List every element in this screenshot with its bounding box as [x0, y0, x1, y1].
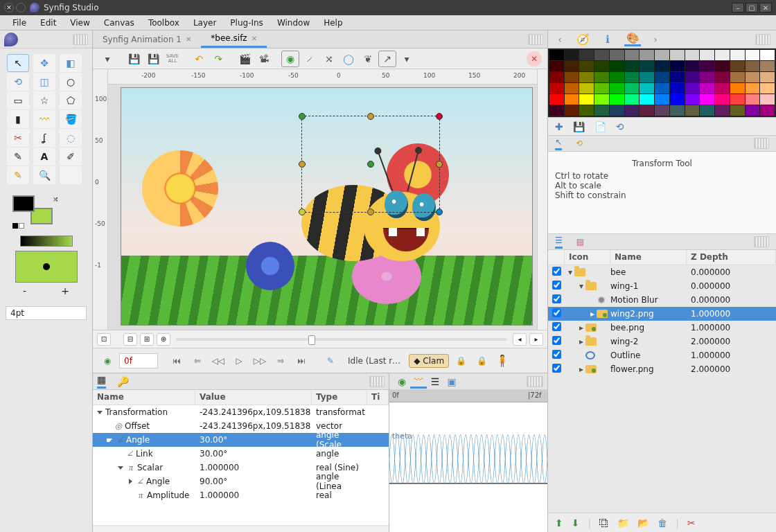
panel-grip[interactable] — [528, 34, 543, 45]
palette-swatch[interactable] — [640, 61, 654, 71]
polygon-tool[interactable]: ⬠ — [60, 91, 82, 109]
cut-tool[interactable]: ✂ — [7, 129, 29, 147]
palette-swatch[interactable] — [715, 61, 730, 71]
palette-swatch[interactable] — [640, 94, 654, 105]
seek-start-icon[interactable]: ⏮ — [168, 353, 186, 369]
feather-icon[interactable]: ❦ — [359, 51, 377, 67]
render-icon[interactable]: 🎬 — [236, 51, 254, 67]
layer-down-icon[interactable]: ⬇ — [572, 517, 580, 529]
color-swatches[interactable]: ⤭ — [12, 195, 61, 230]
palette-swatch[interactable] — [579, 83, 594, 94]
param-row[interactable]: ∠Angle30.00°angle (Scale — [93, 433, 389, 447]
layer-duplicate-icon[interactable]: ⿻ — [599, 517, 609, 529]
col-icon[interactable]: Icon — [565, 250, 610, 265]
seek-fwd-icon[interactable]: ▷▷ — [251, 353, 269, 369]
palette-swatch[interactable] — [700, 94, 714, 105]
menu-caret-icon[interactable]: ▾ — [98, 51, 116, 67]
brush-plus[interactable]: + — [61, 285, 69, 296]
param-row[interactable]: πAmplitude1.000000real — [93, 488, 389, 502]
layer-row[interactable]: ▸wing2.png1.000000 — [548, 307, 776, 321]
panel-grip[interactable] — [369, 376, 385, 387]
palette-swatch[interactable] — [700, 61, 714, 71]
seek-next-key-icon[interactable]: ⥤ — [272, 353, 290, 369]
palette-swatch[interactable] — [579, 94, 594, 105]
close-window-icon[interactable]: ✕ — [4, 3, 14, 12]
palette-swatch[interactable] — [625, 105, 640, 116]
palette-swatch[interactable] — [746, 83, 760, 94]
curves-tab1-icon[interactable]: ◉ — [394, 376, 410, 387]
toolopt-tab-history-icon[interactable]: ⟲ — [576, 139, 583, 148]
seek-back-icon[interactable]: ◁◁ — [209, 353, 227, 369]
lasso-tool[interactable]: ◌ — [60, 129, 82, 147]
scroll-right-icon[interactable]: ▸ — [529, 333, 543, 346]
fg-color[interactable] — [12, 195, 35, 212]
palette-swatch[interactable] — [700, 72, 714, 82]
palette-swatch[interactable] — [625, 61, 640, 71]
palette-swatch[interactable] — [746, 61, 760, 71]
brush-minus[interactable]: - — [23, 285, 26, 296]
palette-swatch[interactable] — [640, 50, 654, 60]
menu-toolbox[interactable]: Toolbox — [141, 16, 186, 30]
palette-swatch[interactable] — [760, 61, 775, 71]
handle-br[interactable] — [436, 209, 443, 215]
palette-save-icon[interactable]: 💾 — [573, 121, 585, 132]
palette-swatch[interactable] — [760, 72, 775, 82]
brush-tool[interactable]: ✐ — [60, 148, 82, 166]
palette-swatch[interactable] — [594, 94, 609, 105]
col-ti[interactable]: Ti — [367, 390, 389, 405]
palette-swatch[interactable] — [549, 61, 564, 71]
animate-edit-icon[interactable]: ↗ — [378, 51, 396, 67]
palette-swatch[interactable] — [730, 105, 745, 116]
handle-tr[interactable] — [436, 113, 443, 120]
onion-icon[interactable]: ◯ — [340, 51, 358, 67]
palette-swatch[interactable] — [746, 105, 760, 116]
animate-mode-icon[interactable]: ◉ — [98, 353, 116, 369]
palette-swatch[interactable] — [610, 50, 624, 60]
layer-row[interactable]: ▸wing-22.000000 — [548, 335, 776, 348]
palette-swatch[interactable] — [700, 105, 714, 116]
palette-swatch[interactable] — [610, 83, 624, 94]
default-colors-icon[interactable] — [12, 223, 24, 229]
palette-swatch[interactable] — [760, 83, 775, 94]
col-value[interactable]: Value — [195, 390, 312, 405]
key-lock-icon[interactable]: 🔒 — [452, 353, 470, 369]
col-name[interactable]: Name — [610, 250, 687, 265]
palette-swatch[interactable] — [625, 72, 640, 82]
palette-swatch[interactable] — [730, 83, 745, 94]
layer-cut-icon[interactable]: ✂ — [687, 517, 696, 529]
selection-box[interactable] — [301, 116, 440, 213]
mirror-tool[interactable]: ◫ — [33, 73, 55, 91]
palette-swatch[interactable] — [715, 50, 730, 60]
text-tool[interactable]: A — [33, 148, 55, 166]
palette-swatch[interactable] — [579, 72, 594, 82]
close-button[interactable]: ✕ — [759, 3, 772, 12]
zoom-fit-icon[interactable]: ⊡ — [97, 333, 111, 346]
close-canvas-button[interactable]: ✕ — [527, 51, 542, 66]
swap-colors-icon[interactable]: ⤭ — [53, 195, 58, 203]
eyedrop-tool[interactable]: ✎ — [7, 148, 29, 166]
palette-swatch[interactable] — [670, 94, 685, 105]
layer-visible-checkbox[interactable] — [552, 281, 561, 290]
palette-swatch[interactable] — [715, 83, 730, 94]
palette-open-icon[interactable]: 📄 — [594, 121, 606, 132]
smooth-move-tool[interactable]: ✥ — [33, 54, 55, 72]
close-tab-icon[interactable]: ✕ — [186, 35, 191, 43]
palette-swatch[interactable] — [670, 105, 685, 116]
palette-swatch[interactable] — [594, 72, 609, 82]
keyframe-past-icon[interactable]: ⟋ — [301, 51, 319, 67]
palette-swatch[interactable] — [640, 83, 654, 94]
handle-center[interactable] — [367, 161, 374, 168]
palette-swatch[interactable] — [625, 50, 640, 60]
handle-tl[interactable] — [299, 113, 306, 120]
transform-tool[interactable]: ↖ — [7, 54, 29, 72]
minimize-button[interactable]: – — [732, 3, 744, 12]
canvas-viewport[interactable] — [108, 85, 537, 330]
gradient-tool[interactable]: ▮ — [7, 110, 29, 128]
tab-next-icon[interactable]: › — [649, 34, 662, 45]
palette-swatch[interactable] — [746, 50, 760, 60]
spline-tool[interactable]: 〰 — [33, 110, 55, 128]
gradient-preview[interactable] — [20, 236, 73, 247]
handle-mr[interactable] — [436, 161, 443, 168]
layer-visible-checkbox[interactable] — [552, 294, 561, 303]
sketch-tool[interactable]: ✎ — [7, 166, 29, 184]
